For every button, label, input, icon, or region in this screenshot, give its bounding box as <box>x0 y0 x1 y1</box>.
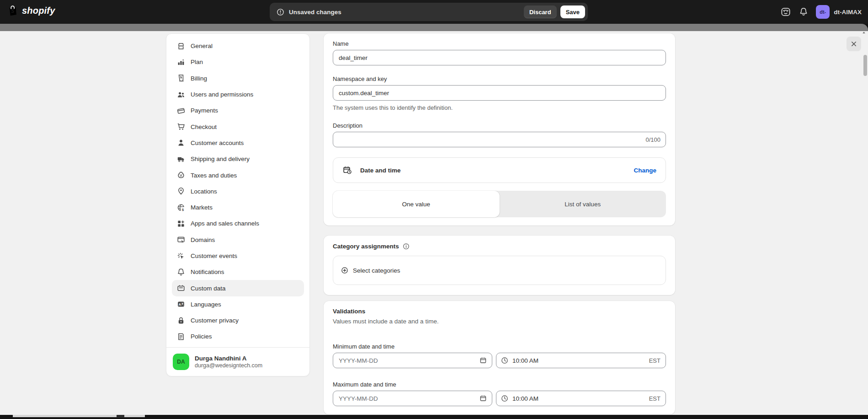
shopify-settings-screen: S shopify Unsaved changes Discard Save d… <box>0 0 868 419</box>
one-value-segment[interactable]: One value <box>333 191 500 217</box>
store-menu-button[interactable]: dt- dt-AIMAX <box>816 5 862 19</box>
sidebar-item-languages[interactable]: A Languages <box>172 296 304 312</box>
topbar-right-cluster: dt- dt-AIMAX <box>780 0 862 24</box>
namespace-input[interactable] <box>333 85 666 101</box>
sidebar-item-payments[interactable]: Payments <box>172 102 304 118</box>
content-type-label: Date and time <box>360 167 401 174</box>
notifications-button[interactable] <box>799 7 809 17</box>
languages-icon: A <box>176 300 186 309</box>
discard-button[interactable]: Discard <box>524 5 557 18</box>
scrollbar-up-arrow[interactable] <box>861 30 867 36</box>
sidebar-item-custom-data[interactable]: Custom data <box>172 280 304 296</box>
sidebar-item-label: Customer accounts <box>191 140 244 146</box>
sidebar-item-label: Customer events <box>191 252 237 259</box>
unsaved-changes-message: Unsaved changes <box>289 9 341 16</box>
description-label: Description <box>333 122 666 129</box>
sidebar-item-apps-and-sales-channels[interactable]: Apps and sales channels <box>172 215 304 231</box>
settings-nav-list: General Plan Billing Users and permissio… <box>166 34 309 345</box>
change-type-link[interactable]: Change <box>634 167 656 174</box>
validations-title: Validations <box>333 308 365 315</box>
definition-card: Name Namespace and key The system uses t… <box>324 33 675 226</box>
sidebar-item-customer-accounts[interactable]: Customer accounts <box>172 135 304 151</box>
sidekick-assistant-button[interactable] <box>780 6 791 17</box>
cardinality-segmented-control: One value List of values <box>333 191 666 217</box>
billing-icon <box>176 74 186 83</box>
lock-icon <box>176 316 186 325</box>
sidebar-item-checkout[interactable]: Checkout <box>172 118 304 134</box>
min-time-input[interactable] <box>496 353 666 368</box>
plus-circle-icon <box>341 266 349 274</box>
min-date-input[interactable] <box>333 353 492 368</box>
sidekick-face-icon <box>780 12 791 19</box>
sidebar-item-policies[interactable]: Policies <box>172 328 304 344</box>
bell-icon <box>176 268 186 277</box>
sidebar-item-shipping-and-delivery[interactable]: Shipping and delivery <box>172 151 304 167</box>
events-icon <box>176 252 186 261</box>
list-of-values-segment[interactable]: List of values <box>500 191 666 217</box>
sidebar-item-label: Languages <box>191 301 221 308</box>
shopify-wordmark: shopify <box>22 5 55 16</box>
scrollbar-thumb[interactable] <box>863 55 867 76</box>
sidebar-item-label: Markets <box>191 204 213 211</box>
category-assignments-card: Category assignments Select categories <box>324 236 675 295</box>
taskbar-segment <box>13 415 117 417</box>
shopify-logo[interactable]: S shopify <box>6 5 55 17</box>
user-avatar: DA <box>173 354 189 370</box>
content-type-row: Date and time Change <box>333 157 666 183</box>
user-email: durga@wedesigntech.com <box>195 362 262 369</box>
policies-icon <box>176 332 186 341</box>
sidebar-item-domains[interactable]: Domains <box>172 232 304 248</box>
close-icon <box>850 43 858 49</box>
markets-icon: $ <box>176 203 186 212</box>
store-avatar: dt- <box>816 5 830 19</box>
sidebar-item-locations[interactable]: Locations <box>172 183 304 199</box>
svg-text:S: S <box>11 9 15 14</box>
bell-icon <box>799 11 809 18</box>
sidebar-item-taxes-and-duties[interactable]: Taxes and duties <box>172 167 304 183</box>
select-categories-label: Select categories <box>353 267 400 274</box>
user-name: Durga Nandhini A <box>195 355 262 362</box>
checkout-icon <box>176 122 186 131</box>
sidebar-item-customer-privacy[interactable]: Customer privacy <box>172 312 304 328</box>
sidebar-item-label: General <box>191 43 213 49</box>
sidebar-item-general[interactable]: General <box>172 38 304 54</box>
sidebar-item-label: Policies <box>191 333 212 340</box>
name-input[interactable] <box>333 50 666 65</box>
sidebar-item-label: Notifications <box>191 269 224 275</box>
sidebar-item-label: Users and permissions <box>191 91 253 98</box>
max-time-input[interactable] <box>496 391 666 406</box>
sidebar-item-users-and-permissions[interactable]: Users and permissions <box>172 86 304 102</box>
validations-card: Validations Values must include a date a… <box>324 301 675 414</box>
sidebar-item-customer-events[interactable]: Customer events <box>172 248 304 264</box>
plan-icon <box>176 58 186 67</box>
payments-icon <box>176 106 186 115</box>
sidebar-item-markets[interactable]: $ Markets <box>172 199 304 215</box>
sidebar-item-label: Checkout <box>191 124 217 130</box>
save-button[interactable]: Save <box>560 5 585 18</box>
customdata-icon <box>176 284 186 293</box>
sidebar-item-plan[interactable]: Plan <box>172 54 304 70</box>
sidebar-item-notifications[interactable]: Notifications <box>172 264 304 280</box>
settings-sidebar: General Plan Billing Users and permissio… <box>166 33 310 376</box>
close-settings-button[interactable] <box>847 37 861 51</box>
sidebar-item-label: Taxes and duties <box>191 172 237 179</box>
max-datetime-label: Maximum date and time <box>333 381 666 388</box>
sidebar-item-label: Locations <box>191 188 217 195</box>
taskbar-notch <box>117 415 124 418</box>
sidebar-item-label: Apps and sales channels <box>191 220 259 227</box>
sidebar-user-card[interactable]: DA Durga Nandhini A durga@wedesigntech.c… <box>166 348 309 376</box>
max-date-input[interactable] <box>333 391 492 406</box>
truck-icon <box>176 155 186 164</box>
bottom-taskbar-sliver <box>0 415 868 419</box>
sidebar-item-billing[interactable]: Billing <box>172 70 304 86</box>
sidebar-item-label: Custom data <box>191 285 226 292</box>
taskbar-segment <box>124 415 145 417</box>
description-input[interactable] <box>333 132 666 147</box>
person-icon <box>176 138 186 147</box>
sidebar-item-label: Plan <box>191 59 203 65</box>
topbar: S shopify Unsaved changes Discard Save d… <box>0 0 868 24</box>
modal-backdrop-band <box>0 24 868 31</box>
domains-icon <box>176 235 186 244</box>
select-categories-button[interactable]: Select categories <box>333 256 666 285</box>
info-icon[interactable] <box>402 242 410 250</box>
